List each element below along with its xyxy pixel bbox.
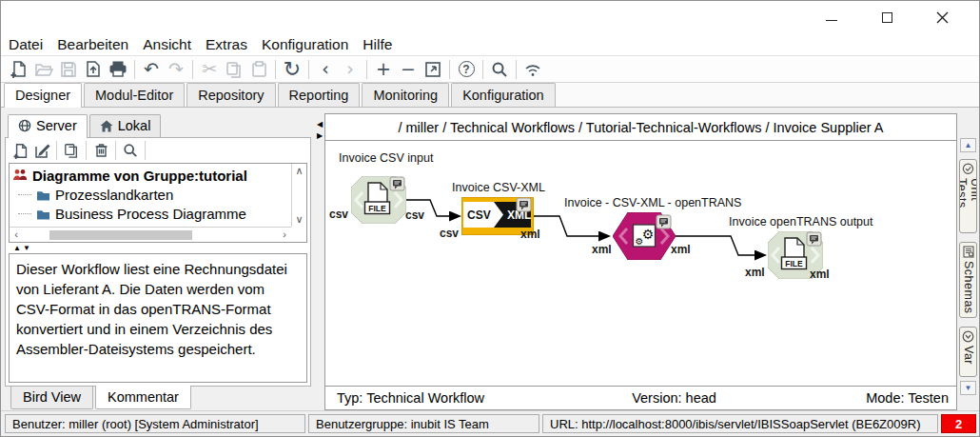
back-button[interactable]: ‹ xyxy=(313,57,338,82)
help-button[interactable]: ? xyxy=(454,57,479,82)
comment-badge-icon xyxy=(517,198,531,211)
close-button[interactable] xyxy=(914,3,970,31)
forward-button[interactable]: › xyxy=(338,57,363,82)
diagram-tree: Diagramme von Gruppe:tutorial Prozesslan… xyxy=(9,163,307,243)
tree-edit-button[interactable] xyxy=(31,140,52,161)
port-label: csv xyxy=(329,208,348,221)
tree-vertical-scrollbar[interactable]: ∧ ∨ xyxy=(291,164,306,227)
back-icon: ‹ xyxy=(322,60,329,78)
copy-button[interactable] xyxy=(222,57,246,82)
tab-variablen[interactable]: Var xyxy=(959,327,977,377)
maximize-icon xyxy=(882,12,892,23)
maximize-button[interactable] xyxy=(859,3,914,31)
paste-button[interactable] xyxy=(246,57,271,82)
port-label: xml xyxy=(810,268,830,281)
save-icon xyxy=(60,61,77,78)
tree-item-business-process[interactable]: Business Process Diagramme xyxy=(12,204,291,223)
svg-text:⚙: ⚙ xyxy=(642,227,655,242)
tab-bird-view[interactable]: Bird View xyxy=(10,387,93,409)
menu-datei[interactable]: Datei xyxy=(9,36,43,53)
scrollbar-thumb[interactable] xyxy=(49,230,192,240)
workflow-comment[interactable]: Dieser Workflow liest eine Rechnungsdate… xyxy=(9,253,307,383)
tree-root-label: Diagramme von Gruppe:tutorial xyxy=(32,168,247,184)
menu-hilfe[interactable]: Hilfe xyxy=(363,36,392,53)
workflow-canvas[interactable]: Invoice CSV input FILE xyxy=(324,141,957,386)
fit-to-window-button[interactable] xyxy=(421,57,445,82)
menu-bar: Datei Bearbeiten Ansicht Extras Konfigur… xyxy=(1,33,979,55)
scroll-down-icon[interactable]: ∨ xyxy=(293,214,306,225)
title-bar xyxy=(1,1,979,33)
redo-button[interactable]: ↷ xyxy=(164,57,188,82)
undo-icon: ↶ xyxy=(144,60,159,78)
new-diagram-button[interactable] xyxy=(7,57,31,82)
tree-root-group[interactable]: Diagramme von Gruppe:tutorial xyxy=(12,166,291,185)
refresh-button[interactable]: ↻ xyxy=(280,57,304,82)
print-button[interactable] xyxy=(106,57,130,82)
menu-extras[interactable]: Extras xyxy=(206,36,247,53)
workflow-type: Typ: Technical Workflow xyxy=(325,390,563,406)
open-button[interactable] xyxy=(31,57,56,82)
tab-reporting[interactable]: Reporting xyxy=(278,83,361,107)
tree-item-prozesslandkarten[interactable]: Prozesslandkarten xyxy=(12,185,291,204)
tab-repository[interactable]: Repository xyxy=(186,83,275,107)
search-icon xyxy=(123,143,138,158)
tab-monitoring[interactable]: Monitoring xyxy=(362,83,449,107)
import-button[interactable] xyxy=(81,57,106,82)
folder-icon xyxy=(36,189,50,201)
zoom-out-button[interactable]: − xyxy=(396,57,421,82)
tab-label: Var xyxy=(962,346,975,365)
workflow-info-bar: Typ: Technical Workflow Version: head Mo… xyxy=(324,386,957,410)
tab-server[interactable]: Server xyxy=(8,114,88,138)
scroll-left-icon[interactable]: ‹ xyxy=(10,229,23,240)
port-label: xml xyxy=(520,228,540,241)
expand-right-icon[interactable]: ▶ xyxy=(317,132,323,140)
tab-designer[interactable]: Designer xyxy=(4,83,82,108)
perspective-tabs: Designer Modul-Editor Repository Reporti… xyxy=(1,83,979,108)
minimize-button[interactable] xyxy=(804,3,859,31)
dock-scroll-down-button[interactable]: ▼ xyxy=(960,381,976,395)
tree-copy-button[interactable] xyxy=(61,140,82,161)
close-icon xyxy=(936,11,949,24)
splitter-down-icon[interactable]: ▼ xyxy=(23,245,30,252)
tree-new-button[interactable] xyxy=(10,140,31,161)
tab-label: Schemas xyxy=(962,261,975,314)
variables-icon xyxy=(962,330,974,343)
node-xslt-converter[interactable]: ⚙ ⚙ xyxy=(613,212,676,260)
scope-tabs: Server Lokal xyxy=(5,112,315,137)
connection-button[interactable] xyxy=(520,57,545,82)
dock-scroll-up-button[interactable]: ▲ xyxy=(960,138,976,152)
svg-text:FILE: FILE xyxy=(368,204,386,213)
menu-bearbeiten[interactable]: Bearbeiten xyxy=(57,36,128,53)
tab-kommentar[interactable]: Kommentar xyxy=(95,386,191,409)
tab-modul-editor[interactable]: Modul-Editor xyxy=(84,83,185,107)
tab-lokal[interactable]: Lokal xyxy=(89,114,162,137)
app-window: Datei Bearbeiten Ansicht Extras Konfigur… xyxy=(0,0,980,437)
scroll-up-icon[interactable]: ∧ xyxy=(293,166,306,176)
tab-konfiguration[interactable]: Konfiguration xyxy=(451,83,555,107)
zoom-in-button[interactable]: + xyxy=(371,57,396,82)
menu-konfiguration[interactable]: Konfiguration xyxy=(262,36,348,53)
collapse-left-icon[interactable]: ◀ xyxy=(317,121,323,129)
search-button[interactable] xyxy=(487,57,512,82)
cut-button[interactable]: ✂ xyxy=(197,57,222,82)
tab-schemas[interactable]: Schemas xyxy=(959,242,977,318)
tree-delete-button[interactable] xyxy=(90,140,111,161)
comment-badge-icon xyxy=(390,177,404,190)
splitter-up-icon[interactable]: ▲ xyxy=(13,245,21,252)
panel-splitter[interactable]: ▲ ▼ xyxy=(6,243,310,253)
save-button[interactable] xyxy=(56,57,81,82)
message-count-badge[interactable]: 2 xyxy=(941,414,976,433)
tree-horizontal-scrollbar[interactable]: ‹ › xyxy=(10,227,291,242)
main-splitter[interactable]: ◀ ▶ xyxy=(315,108,324,410)
tab-unit-tests[interactable]: Unit Tests xyxy=(959,159,977,233)
port-label: xml xyxy=(745,266,765,279)
menu-ansicht[interactable]: Ansicht xyxy=(143,36,191,53)
tree-search-button[interactable] xyxy=(120,140,141,161)
file-icon: FILE xyxy=(782,238,807,269)
folder-icon xyxy=(36,208,50,220)
scroll-right-icon[interactable]: › xyxy=(278,229,291,240)
tree-connector xyxy=(18,194,31,195)
edit-icon xyxy=(34,143,50,159)
node-file-input[interactable]: FILE xyxy=(351,176,406,224)
undo-button[interactable]: ↶ xyxy=(139,57,164,82)
